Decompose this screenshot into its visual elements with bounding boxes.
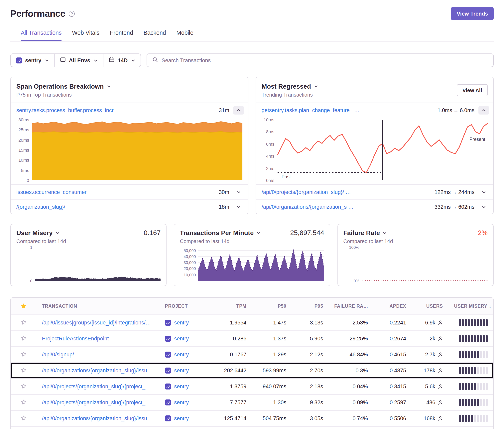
span-ops-title[interactable]: Span Operations Breakdown <box>16 83 111 90</box>
tab[interactable]: Backend <box>143 29 166 41</box>
transaction-link[interactable]: ProjectRuleActionsEndpoint <box>42 336 154 341</box>
user-icon <box>438 352 443 357</box>
star-button[interactable] <box>21 319 27 326</box>
table-row[interactable]: /api/0/organizations/{organization_slug}… <box>11 410 493 426</box>
project-link[interactable]: sentry <box>174 351 189 358</box>
most-regressed-title[interactable]: Most Regressed <box>261 83 318 90</box>
project-link[interactable]: sentry <box>174 415 189 421</box>
table-row[interactable]: /api/0/issues|groups/{issue_id}/integrat… <box>11 315 493 330</box>
failure-rate-cell: 0.09% <box>329 400 373 405</box>
span-op-link[interactable]: /{organization_slug}/ <box>16 204 215 210</box>
star-button[interactable] <box>21 351 27 358</box>
expand-button[interactable] <box>233 202 244 211</box>
user-misery-chart-area: 10 <box>16 247 161 281</box>
table-row[interactable]: ProjectRuleActionsEndpoint sentry 0.286 … <box>11 330 493 346</box>
calendar-icon <box>109 57 115 64</box>
project-selector[interactable]: sentry <box>11 54 54 67</box>
regression-y-axis: 10ms8ms6ms4ms2ms0ms <box>256 120 278 180</box>
tpm-title[interactable]: Transactions Per Minute <box>180 229 261 237</box>
chevron-down-icon <box>482 190 486 194</box>
users-cell: 168k <box>412 415 449 421</box>
project-link[interactable]: sentry <box>174 400 189 405</box>
user-misery-subtitle: Compared to last 14d <box>16 238 161 244</box>
chevron-down-icon <box>93 58 98 62</box>
column-header-user-misery[interactable]: USER MISERY↓ <box>449 303 493 309</box>
date-range-selector-label: 14D <box>118 57 128 63</box>
user-misery-title[interactable]: User Misery <box>16 229 60 237</box>
span-op-link[interactable]: sentry.tasks.process_buffer.process_incr <box>16 107 215 113</box>
view-all-button[interactable]: View All <box>457 84 488 96</box>
project-link[interactable]: sentry <box>174 368 189 374</box>
column-header-project[interactable]: PROJECT <box>159 304 215 308</box>
stat-cards-row: User Misery 0.167 Compared to last 14d 1… <box>10 224 494 286</box>
star-button[interactable] <box>21 335 27 342</box>
collapse-button[interactable] <box>478 106 489 114</box>
column-header-p95[interactable]: P95 <box>292 304 329 308</box>
help-icon[interactable]: ? <box>69 11 75 17</box>
user-misery-card: User Misery 0.167 Compared to last 14d 1… <box>10 224 167 286</box>
user-misery-bars <box>459 335 488 342</box>
search-icon <box>152 56 158 64</box>
transaction-link[interactable]: /api/0/organizations/{organization_slug}… <box>42 368 154 374</box>
column-header-p50[interactable]: P50 <box>252 304 292 308</box>
star-button[interactable] <box>21 415 27 422</box>
column-header-apdex[interactable]: APDEX <box>373 304 412 308</box>
star-button[interactable] <box>21 383 27 390</box>
star-button[interactable] <box>21 399 27 406</box>
favorite-column-header[interactable] <box>11 303 36 309</box>
star-outline-icon <box>21 335 27 341</box>
table-row[interactable] <box>11 426 493 429</box>
user-misery-value: 0.167 <box>144 229 161 237</box>
transaction-link[interactable]: /api/0/projects/{organization_slug}/{pro… <box>42 384 154 389</box>
transaction-link[interactable]: /api/0/issues|groups/{issue_id}/integrat… <box>42 320 154 326</box>
past-label: Past <box>281 174 291 179</box>
failure-rate-title[interactable]: Failure Rate <box>343 229 387 237</box>
failure-rate-chart-area: 100%0% <box>343 247 488 281</box>
users-cell: 178k <box>412 368 449 374</box>
star-button[interactable] <box>21 367 27 374</box>
expand-button[interactable] <box>478 202 489 211</box>
search-input[interactable] <box>162 57 488 63</box>
view-trends-button[interactable]: View Trends <box>451 7 494 20</box>
transaction-link[interactable]: /api/0/signup/ <box>42 351 154 358</box>
user-icon <box>438 384 443 389</box>
expand-button[interactable] <box>478 188 489 196</box>
project-link[interactable]: sentry <box>174 384 189 389</box>
chevron-down-icon <box>257 231 261 235</box>
tab[interactable]: Mobile <box>176 29 193 41</box>
environment-selector[interactable]: All Envs <box>54 54 103 67</box>
table-row[interactable]: /api/0/organizations/{organization_slug}… <box>11 362 493 378</box>
tab[interactable]: Frontend <box>110 29 133 41</box>
column-header-users[interactable]: USERS <box>412 304 449 308</box>
tab[interactable]: Web Vitals <box>72 29 100 41</box>
table-row[interactable]: /api/0/projects/{organization_slug}/{pro… <box>11 378 493 394</box>
user-icon <box>438 368 443 373</box>
regression-change: 332ms→602ms <box>434 204 475 210</box>
column-header-tpm[interactable]: TPM <box>215 304 252 308</box>
failure-rate-cell: 29.25% <box>329 336 373 341</box>
regressed-collapsed-rows: /api/0/projects/{organization_slug}/ … 1… <box>256 184 493 214</box>
project-link[interactable]: sentry <box>174 320 189 326</box>
column-header-transaction[interactable]: TRANSACTION <box>36 304 159 308</box>
span-op-link[interactable]: issues.occurrence_consumer <box>16 189 215 195</box>
transaction-link[interactable]: /api/0/projects/{organization_slug}/{pro… <box>42 400 154 405</box>
transaction-link[interactable]: /api/0/organizations/{organization_s … <box>261 204 431 210</box>
collapse-button[interactable] <box>233 106 244 114</box>
failure-rate-y-axis: 100%0% <box>343 247 362 281</box>
star-outline-icon <box>21 399 27 405</box>
tab[interactable]: All Transactions <box>21 29 62 41</box>
chevron-up-icon <box>236 108 241 112</box>
date-range-selector[interactable]: 14D <box>103 54 141 67</box>
span-ops-chart-area: 30ms25ms20ms15ms10ms5ms0 <box>11 117 248 184</box>
table-row[interactable]: /api/0/projects/{organization_slug}/{pro… <box>11 394 493 410</box>
transaction-link[interactable]: /api/0/organizations/{organization_slug}… <box>42 415 154 421</box>
project-link[interactable]: sentry <box>174 336 189 341</box>
expand-button[interactable] <box>233 188 244 196</box>
chevron-down-icon <box>131 58 135 62</box>
column-header-failure-rate[interactable]: FAILURE RA… <box>329 304 373 308</box>
transaction-link[interactable]: /api/0/projects/{organization_slug}/ … <box>261 189 431 195</box>
transaction-link[interactable]: getsentry.tasks.plan_change_feature_ … <box>261 107 433 113</box>
tpm-subtitle: Compared to last 14d <box>180 238 324 244</box>
user-misery-bars <box>459 383 488 390</box>
table-row[interactable]: /api/0/signup/ sentry 0.1767 1.29s 2.12s… <box>11 346 493 362</box>
